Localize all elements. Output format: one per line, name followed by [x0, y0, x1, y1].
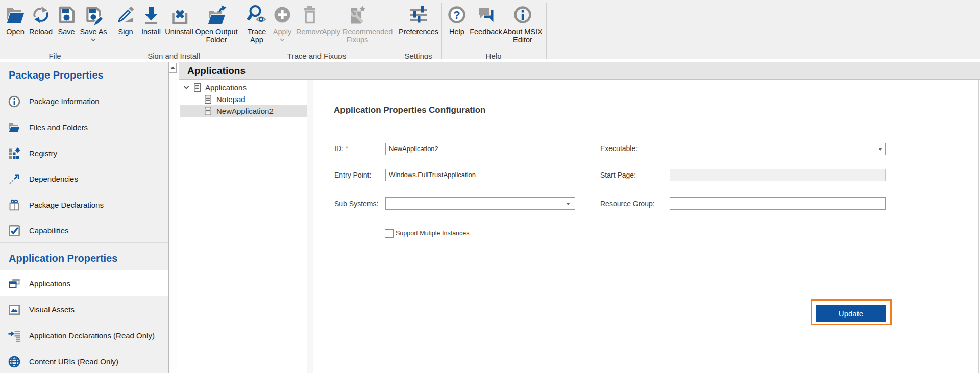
svg-text:?: ?: [453, 9, 460, 21]
